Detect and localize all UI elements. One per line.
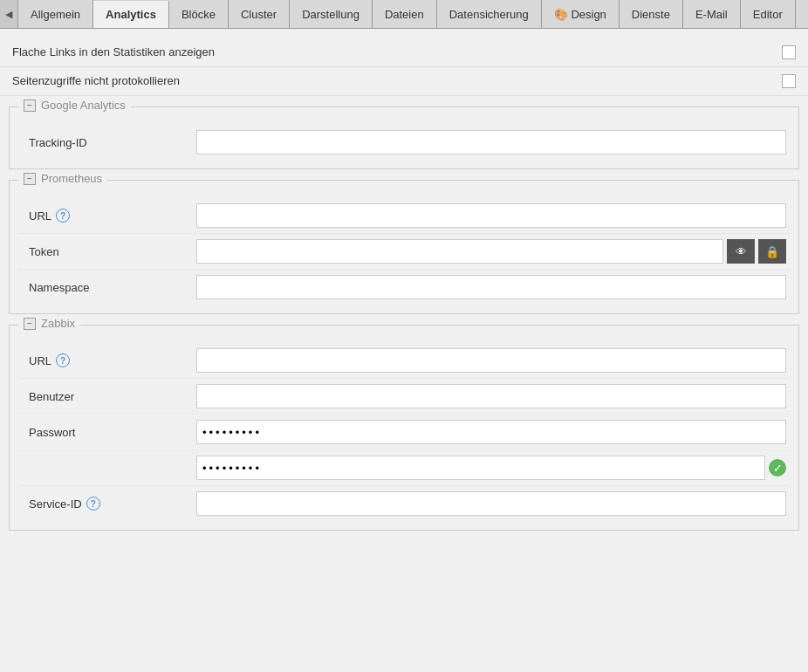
section-body-prometheus: URL?Token👁🔒Namespace [10,181,798,313]
help-icon-zabbix-url[interactable]: ? [56,353,70,367]
section-title-google-analytics: Google Analytics [41,99,126,112]
tab-analytics[interactable]: Analytics [93,1,169,29]
label-text-prometheus-token: Token [29,245,59,258]
section-collapse-prometheus[interactable]: − [24,173,36,185]
section-header-prometheus: −Prometheus [18,172,107,185]
input-tracking-id[interactable] [196,130,786,154]
input-wrap-zabbix-url [196,348,786,373]
help-icon-zabbix-service-id[interactable]: ? [86,497,100,511]
input-wrap-prometheus-token: 👁🔒 [196,239,786,264]
section-google-analytics: −Google AnalyticsTracking-ID [9,106,799,169]
section-zabbix: −ZabbixURL?BenutzerPasswort✓Service-ID? [9,325,799,531]
form-label-prometheus-namespace: Namespace [22,281,196,294]
input-wrap-tracking-id [196,130,786,154]
eye-button-prometheus-token[interactable]: 👁 [727,239,755,264]
form-label-zabbix-url: URL? [22,353,196,367]
form-row-prometheus-url: URL? [18,198,790,233]
form-row-zabbix-passwort: Passwort [18,414,790,449]
form-label-zabbix-passwort: Passwort [22,426,196,439]
tab-dateien[interactable]: Dateien [373,0,437,28]
form-row-zabbix-benutzer: Benutzer [18,378,790,414]
form-label-prometheus-token: Token [22,245,196,258]
section-title-prometheus: Prometheus [41,172,102,185]
tab-allgemein[interactable]: Allgemein [18,0,93,28]
form-row-tracking-id: Tracking-ID [18,125,790,160]
setting-row-flat-links: Flache Links in den Statistiken anzeigen [0,38,808,67]
tab-dienste[interactable]: Dienste [620,0,683,28]
input-prometheus-url[interactable] [196,203,786,228]
check-icon-zabbix-passwort-confirm: ✓ [769,459,786,477]
tab-bloecke[interactable]: Blöcke [169,0,229,28]
input-wrap-zabbix-passwort-confirm: ✓ [196,456,786,480]
section-collapse-google-analytics[interactable]: − [24,99,36,112]
form-row-prometheus-namespace: Namespace [18,269,790,305]
label-text-prometheus-url: URL [29,209,51,223]
tab-cluster[interactable]: Cluster [229,0,290,28]
label-text-prometheus-namespace: Namespace [29,281,89,294]
input-zabbix-passwort-confirm[interactable] [196,456,765,480]
setting-label-no-log[interactable]: Seitenzugriffe nicht protokollieren [12,74,773,87]
input-zabbix-benutzer[interactable] [196,384,786,408]
setting-row-no-log: Seitenzugriffe nicht protokollieren [0,67,808,97]
tab-email[interactable]: E-Mail [683,0,741,28]
form-label-zabbix-benutzer: Benutzer [22,390,196,403]
input-wrap-prometheus-namespace [196,275,786,299]
section-header-google-analytics: −Google Analytics [18,99,131,112]
input-prometheus-token[interactable] [196,239,723,264]
left-arrow-icon: ◀ [5,9,12,20]
content-area: Flache Links in den Statistiken anzeigen… [0,29,808,550]
form-label-prometheus-url: URL? [22,209,196,223]
form-row-zabbix-service-id: Service-ID? [18,485,790,521]
form-label-zabbix-service-id: Service-ID? [22,497,196,511]
checkbox-wrap-flat-links [782,45,796,59]
setting-label-flat-links[interactable]: Flache Links in den Statistiken anzeigen [12,45,773,58]
checkbox-no-log[interactable] [782,74,796,88]
checkbox-flat-links[interactable] [782,45,796,59]
input-wrap-zabbix-passwort [196,420,786,444]
label-text-zabbix-url: URL [29,354,51,367]
tab-erinn[interactable]: Erinn [796,0,808,28]
input-zabbix-passwort[interactable] [196,420,786,444]
checkbox-wrap-no-log [782,74,796,89]
label-text-zabbix-benutzer: Benutzer [29,390,74,403]
section-title-zabbix: Zabbix [41,317,75,330]
section-body-google-analytics: Tracking-ID [10,107,798,168]
label-text-zabbix-passwort: Passwort [29,426,75,439]
section-body-zabbix: URL?BenutzerPasswort✓Service-ID? [10,326,798,530]
label-text-zabbix-service-id: Service-ID [29,497,82,511]
tab-bar: ◀ AllgemeinAnalyticsBlöckeClusterDarstel… [0,0,808,29]
form-row-prometheus-token: Token👁🔒 [18,233,790,269]
input-wrap-zabbix-benutzer [196,384,786,408]
tab-design[interactable]: 🎨 Design [542,0,620,28]
input-prometheus-namespace[interactable] [196,275,786,299]
form-row-zabbix-passwort-confirm: ✓ [18,449,790,485]
input-wrap-prometheus-url [196,203,786,228]
label-text-tracking-id: Tracking-ID [29,136,87,149]
input-zabbix-service-id[interactable] [196,491,786,516]
lock-button-prometheus-token[interactable]: 🔒 [758,239,786,264]
tab-editor[interactable]: Editor [741,0,796,28]
help-icon-prometheus-url[interactable]: ? [56,209,70,223]
tab-scroll-left[interactable]: ◀ [0,0,18,28]
form-label-tracking-id: Tracking-ID [22,136,196,149]
form-row-zabbix-url: URL? [18,343,790,378]
section-collapse-zabbix[interactable]: − [24,318,36,330]
tab-datensicherung[interactable]: Datensicherung [437,0,542,28]
section-header-zabbix: −Zabbix [18,317,80,330]
input-wrap-zabbix-service-id [196,491,786,516]
tab-darstellung[interactable]: Darstellung [290,0,373,28]
input-zabbix-url[interactable] [196,348,786,373]
section-prometheus: −PrometheusURL?Token👁🔒Namespace [9,180,799,314]
